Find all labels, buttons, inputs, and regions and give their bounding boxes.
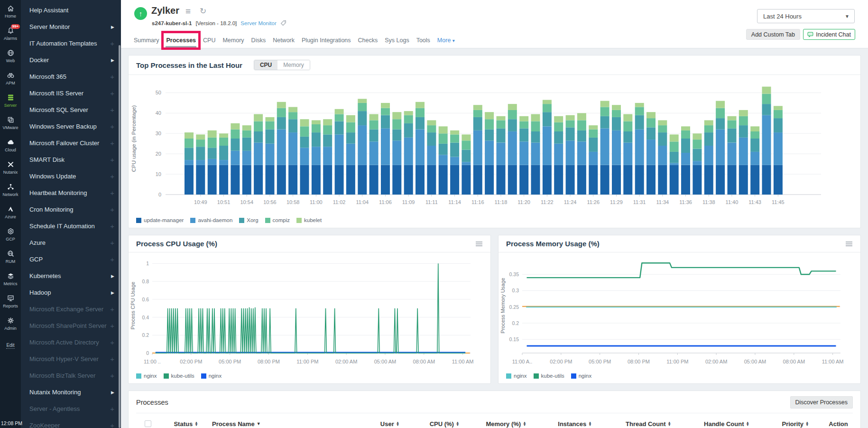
column-header-status[interactable]: Status▲▼ <box>160 420 212 428</box>
sidebar-item-hadoop[interactable]: Hadoop▶ <box>21 284 121 301</box>
plus-icon[interactable]: + <box>110 255 114 263</box>
refresh-icon[interactable]: ↻ <box>200 6 206 16</box>
toggle-cpu[interactable]: CPU <box>254 60 277 70</box>
toggle-memory[interactable]: Memory <box>277 60 309 70</box>
rail-item-nutanix[interactable]: Nutanix <box>0 156 21 178</box>
rail-item-edit[interactable]: Edit <box>0 335 21 357</box>
sidebar-item-azure[interactable]: Azure+ <box>21 234 121 251</box>
column-header-thread-count[interactable]: Thread Count▲▼ <box>610 420 686 428</box>
tab-sys-logs[interactable]: Sys Logs <box>384 34 409 48</box>
tab-disks[interactable]: Disks <box>251 34 267 48</box>
chart-menu-icon[interactable] <box>475 241 483 247</box>
sidebar-item-it-automation-templates[interactable]: IT Automation Templates+ <box>21 35 121 52</box>
plus-icon[interactable]: + <box>110 338 114 346</box>
sidebar-item-microsoft-active-directory[interactable]: Microsoft Active Directory+ <box>21 334 121 351</box>
column-header-instances[interactable]: Instances▲▼ <box>539 420 610 428</box>
sidebar-item-windows-server-backup[interactable]: Windows Server Backup+ <box>21 118 121 135</box>
column-header-priority[interactable]: Priority▲▼ <box>767 420 824 428</box>
incident-chat-button[interactable]: Incident Chat <box>803 29 855 40</box>
rail-item-admin[interactable]: Admin <box>0 312 21 335</box>
plus-icon[interactable]: + <box>110 89 114 97</box>
sidebar-item-microsoft-failover-cluster[interactable]: Microsoft Failover Cluster+ <box>21 135 121 151</box>
rail-item-apm[interactable]: APM <box>0 67 21 89</box>
plus-icon[interactable]: + <box>110 421 114 428</box>
plus-icon[interactable]: + <box>110 106 114 114</box>
sidebar-item-gcp[interactable]: GCP+ <box>21 251 121 268</box>
column-header-memory-[interactable]: Memory (%)▲▼ <box>473 420 539 428</box>
sidebar-item-label: ZooKeeper <box>29 422 110 428</box>
plus-icon[interactable]: + <box>110 322 114 330</box>
plus-icon[interactable]: + <box>110 189 114 197</box>
svg-text:0.3: 0.3 <box>512 288 519 293</box>
rail-item-alarms[interactable]: 99+Alarms <box>0 22 21 45</box>
add-custom-tab-button[interactable]: Add Custom Tab <box>746 29 800 40</box>
rail-item-web[interactable]: Web <box>0 45 21 67</box>
tab-memory[interactable]: Memory <box>222 34 244 48</box>
rail-item-reports[interactable]: Reports <box>0 290 21 312</box>
plus-icon[interactable]: + <box>110 372 114 380</box>
plus-icon[interactable]: + <box>110 139 114 147</box>
plus-icon[interactable]: + <box>110 355 114 363</box>
tab-summary[interactable]: Summary <box>133 34 159 48</box>
rail-item-vmware[interactable]: VMware <box>0 112 21 134</box>
plus-icon[interactable]: + <box>110 222 114 230</box>
discover-processes-button[interactable]: Discover Processes <box>790 396 853 409</box>
time-range-dropdown[interactable]: Last 24 Hours ▼ <box>757 9 855 23</box>
tab-cpu[interactable]: CPU <box>203 34 216 48</box>
rail-item-server[interactable]: Server <box>0 89 21 112</box>
plus-icon[interactable]: + <box>110 73 114 81</box>
tab-more[interactable]: More ▾ <box>437 34 455 48</box>
plus-icon[interactable]: + <box>110 205 114 214</box>
chart-menu-icon[interactable] <box>845 241 853 247</box>
sidebar-item-heartbeat-monitoring[interactable]: Heartbeat Monitoring+ <box>21 185 121 201</box>
plus-icon[interactable]: + <box>110 122 114 130</box>
sidebar-item-kubernetes[interactable]: Kubernetes▶ <box>21 268 121 284</box>
plus-icon[interactable]: + <box>110 305 114 313</box>
tab-processes[interactable]: Processes <box>166 34 196 48</box>
sidebar-item-nutanix-monitoring[interactable]: Nutanix Monitoring▶ <box>21 384 121 400</box>
sidebar-item-microsoft-iis-server[interactable]: Microsoft IIS Server+ <box>21 85 121 102</box>
rail-item-rum[interactable]: RUM <box>0 245 21 268</box>
tag-icon[interactable] <box>280 20 286 26</box>
svg-text:11:18: 11:18 <box>495 199 508 205</box>
column-header-handle-count[interactable]: Handle Count▲▼ <box>686 420 767 428</box>
sidebar-item-help-assistant[interactable]: Help Assistant <box>21 2 121 19</box>
select-all-checkbox[interactable] <box>145 420 151 427</box>
rail-item-cloud[interactable]: Cloud <box>0 134 21 156</box>
monitor-type-link[interactable]: Server Monitor <box>240 20 276 26</box>
plus-icon[interactable]: + <box>110 405 114 413</box>
rail-item-gcp[interactable]: GCP <box>0 223 21 245</box>
rail-item-network[interactable]: Network <box>0 178 21 201</box>
sidebar-item-microsoft-exchange-server[interactable]: Microsoft Exchange Server+ <box>21 301 121 317</box>
sidebar-item-label: Heartbeat Monitoring <box>29 189 110 196</box>
rail-item-home[interactable]: Home <box>0 0 21 22</box>
rail-item-metrics[interactable]: Metrics <box>0 268 21 290</box>
plus-icon[interactable]: + <box>110 39 114 47</box>
sidebar-item-microsoft-sql-server[interactable]: Microsoft SQL Server+ <box>21 102 121 118</box>
sidebar-item-microsoft-365[interactable]: Microsoft 365+ <box>21 68 121 85</box>
tab-checks[interactable]: Checks <box>358 34 379 48</box>
tab-tools[interactable]: Tools <box>416 34 431 48</box>
process-cpu-usage-card: Process CPU Usage (%) 00.20.40.60.81Proc… <box>128 235 491 384</box>
sidebar-item-smart-disk[interactable]: SMART Disk+ <box>21 151 121 168</box>
sidebar-item-cron-monitoring[interactable]: Cron Monitoring+ <box>21 201 121 218</box>
sidebar-item-windows-update[interactable]: Windows Update+ <box>21 168 121 185</box>
sidebar-item-microsoft-hyper-v-server[interactable]: Microsoft Hyper-V Server+ <box>21 351 121 367</box>
column-header-cpu-[interactable]: CPU (%)▲▼ <box>416 420 473 428</box>
plus-icon[interactable]: + <box>110 156 114 164</box>
sidebar-item-server-monitor[interactable]: Server Monitor▶ <box>21 19 121 35</box>
plus-icon[interactable]: + <box>110 239 114 247</box>
sidebar-item-microsoft-sharepoint-server[interactable]: Microsoft SharePoint Server+ <box>21 317 121 334</box>
tab-plugin-integrations[interactable]: Plugin Integrations <box>301 34 351 48</box>
column-header-user[interactable]: User▲▼ <box>364 420 416 428</box>
hamburger-icon[interactable]: ≡ <box>185 6 191 17</box>
plus-icon[interactable]: + <box>110 172 114 180</box>
sidebar-item-schedule-it-automation[interactable]: Schedule IT Automation+ <box>21 218 121 234</box>
column-header-process-name[interactable]: Process Name▼ <box>212 420 364 428</box>
sidebar-item-server-agentless[interactable]: Server - Agentless+ <box>21 400 121 417</box>
sidebar-item-microsoft-biztalk-server[interactable]: Microsoft BizTalk Server+ <box>21 367 121 384</box>
rail-item-azure[interactable]: Azure <box>0 201 21 223</box>
sidebar-item-zookeeper[interactable]: ZooKeeper+ <box>21 417 121 428</box>
sidebar-item-docker[interactable]: Docker▶ <box>21 52 121 68</box>
tab-network[interactable]: Network <box>272 34 295 48</box>
